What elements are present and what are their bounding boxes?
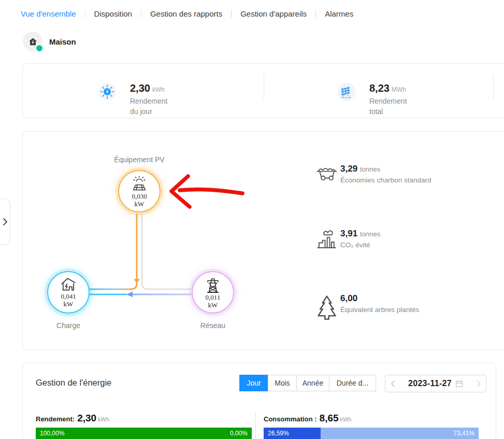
- production-pct-right: 0,00%: [230, 428, 248, 439]
- pylon-icon: [204, 277, 222, 293]
- sun-icon: [98, 82, 117, 101]
- period-tabs: Jour Mois Année Durée d...: [239, 375, 376, 391]
- production-bar-group: Rendement:2,30kWh 100,00% 0,00%: [36, 413, 252, 439]
- energy-management-card: Gestion de l'énergie Jour Mois Année Dur…: [22, 363, 496, 439]
- status-dot: [35, 44, 44, 52]
- tab-annee[interactable]: Année: [296, 375, 329, 391]
- flow-arrow-down: [134, 279, 140, 284]
- daily-yield-unit: kWh: [152, 86, 165, 93]
- load-node-value: 0,041: [61, 292, 76, 300]
- stats-divider: [264, 74, 264, 99]
- flow-corner-orange: [131, 284, 137, 289]
- chevron-right-icon: [477, 380, 481, 387]
- nav-separator: [141, 10, 141, 18]
- nav-separator: [85, 10, 85, 18]
- eco-co2-label: CO₂ évité: [340, 241, 380, 249]
- daily-yield-value: 2,30: [130, 82, 150, 94]
- consumption-seg-dark: 26,59%: [264, 428, 321, 439]
- nav-item-overview[interactable]: Vue d'ensemble: [21, 9, 76, 18]
- grid-node-unit: kW: [208, 301, 218, 309]
- nav-separator: [315, 10, 316, 18]
- flow-arrow-left: [126, 292, 133, 298]
- load-node: 0,041 kW: [47, 271, 90, 314]
- total-yield-value: 8,23: [369, 82, 390, 94]
- nav-item-alarms[interactable]: Alarmes: [325, 9, 353, 18]
- eco-co2-unit: tonnes: [360, 230, 380, 238]
- summary-stats-card: 2,30kWh Rendement du jour: [22, 63, 504, 118]
- date-field[interactable]: 2023-11-27: [400, 379, 471, 388]
- eco-stat-trees: 6,00 Équivalent arbres plantés: [315, 293, 419, 321]
- grid-node-value: 0,011: [206, 293, 221, 301]
- eco-coal-unit: tonnes: [360, 165, 380, 173]
- nav-item-layout[interactable]: Disposition: [94, 9, 132, 18]
- stat-total-yield: 8,23MWh Rendement total: [337, 82, 407, 117]
- tab-mois[interactable]: Mois: [268, 375, 297, 391]
- eco-stat-co2: 3,91tonnes CO₂ évité: [315, 229, 380, 250]
- chevron-right-icon: [3, 218, 8, 225]
- eco-coal-value: 3,29: [340, 164, 357, 174]
- bars-divider: [255, 412, 256, 439]
- consumption-bar-group: Consommation :8,65kWh 26,59% 73,41%: [264, 413, 479, 439]
- eco-stat-coal: 3,29tonnes Économies charbon standard: [315, 164, 431, 184]
- avatar: [23, 32, 42, 51]
- consumption-pct-right: 73,41%: [453, 428, 474, 439]
- stat-daily-yield: 2,30kWh Rendement du jour: [98, 82, 167, 117]
- consumption-label: Consommation :8,65kWh: [264, 413, 479, 424]
- energy-title: Gestion de l'énergie: [36, 378, 111, 388]
- production-label: Rendement:2,30kWh: [36, 413, 252, 424]
- date-prev-button[interactable]: [385, 380, 400, 387]
- date-picker: 2023-11-27: [385, 375, 486, 392]
- grid-node: 0,011 kW: [192, 271, 234, 314]
- consumption-seg-light: 73,41%: [321, 428, 479, 439]
- bolt-glyph: [65, 284, 68, 290]
- pv-panel-icon: [130, 176, 149, 192]
- nav-item-reports[interactable]: Gestion des rapports: [150, 9, 222, 18]
- site-selector[interactable]: Maison: [23, 32, 76, 51]
- consumption-pct-left: 26,59%: [268, 428, 289, 439]
- pv-node-unit: kW: [135, 200, 145, 208]
- top-nav: Vue d'ensemble Disposition Gestion des r…: [21, 9, 353, 18]
- house-bolt-icon: [60, 277, 77, 292]
- date-value: 2023-11-27: [408, 379, 452, 388]
- eco-co2-value: 3,91: [340, 229, 357, 238]
- pv-node: 0,030 kW: [118, 170, 161, 213]
- nav-item-devices[interactable]: Gestion d'appareils: [240, 9, 307, 18]
- load-node-unit: kW: [64, 300, 74, 308]
- sidebar-expand-toggle[interactable]: [0, 199, 10, 245]
- pv-node-value: 0,030: [132, 192, 147, 200]
- tab-jour[interactable]: Jour: [239, 375, 268, 391]
- solar-panel-icon: [337, 82, 356, 101]
- energy-flow-card: Équipement PV 0,030 kW: [22, 131, 504, 350]
- tab-duree[interactable]: Durée d...: [329, 375, 376, 391]
- nav-separator: [231, 10, 232, 18]
- chevron-left-icon: [391, 380, 395, 387]
- flow-line-pv-to-grid: [142, 214, 192, 289]
- total-yield-label: Rendement total: [369, 96, 407, 117]
- consumption-bar: 26,59% 73,41%: [264, 428, 479, 439]
- eco-coal-label: Économies charbon standard: [340, 176, 431, 184]
- date-next-button[interactable]: [471, 380, 486, 387]
- production-pct-left: 100,00%: [40, 428, 64, 439]
- eco-trees-value: 6,00: [340, 293, 357, 303]
- production-bar: 100,00% 0,00%: [36, 428, 252, 439]
- daily-yield-label: Rendement du jour: [130, 96, 167, 117]
- dashboard-page: Vue d'ensemble Disposition Gestion des r…: [0, 0, 504, 439]
- total-yield-unit: MWh: [392, 86, 406, 93]
- calendar-icon: [455, 380, 463, 388]
- factory-icon: [315, 230, 338, 250]
- tree-icon: [315, 294, 338, 321]
- stats-divider: [493, 74, 494, 99]
- coal-cart-icon: [315, 165, 338, 183]
- energy-flow-lines: [23, 132, 282, 351]
- site-name: Maison: [49, 37, 76, 46]
- eco-trees-label: Équivalent arbres plantés: [340, 306, 419, 314]
